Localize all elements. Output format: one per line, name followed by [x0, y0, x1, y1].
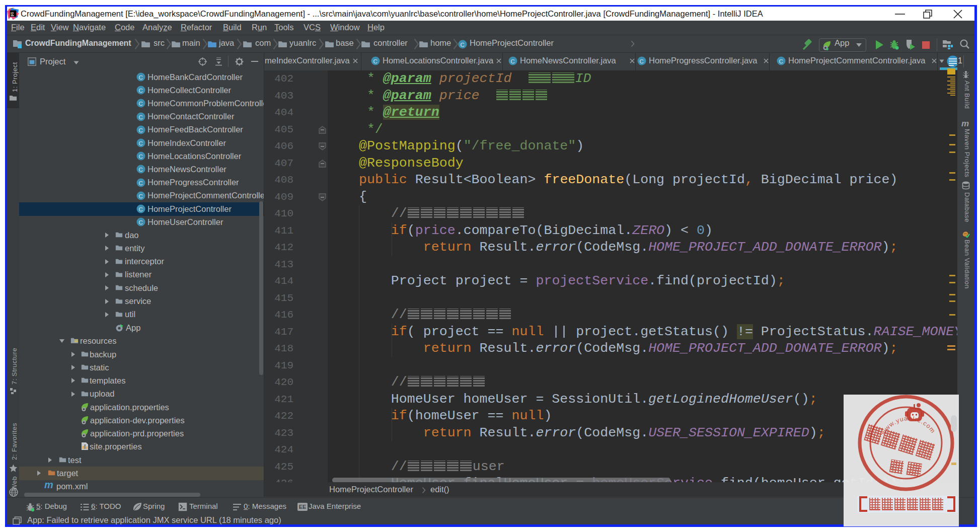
svg-text:C: C [139, 127, 143, 133]
svg-text:C: C [461, 42, 465, 48]
svg-text:C: C [139, 74, 143, 81]
svg-text:C: C [139, 193, 143, 199]
svg-text:C: C [139, 206, 143, 212]
svg-text:C: C [139, 140, 143, 146]
svg-text:IJ: IJ [11, 12, 14, 15]
svg-text:C: C [139, 180, 143, 186]
svg-text:C: C [139, 154, 143, 160]
svg-text:C: C [139, 114, 143, 120]
svg-text:C: C [139, 88, 143, 94]
svg-text:C: C [373, 58, 378, 64]
svg-text:C: C [640, 58, 644, 64]
svg-text:C: C [139, 167, 143, 173]
svg-text:C: C [779, 58, 783, 64]
svg-text:C: C [139, 219, 143, 225]
svg-text:C: C [511, 58, 515, 64]
svg-text:C: C [139, 101, 143, 107]
